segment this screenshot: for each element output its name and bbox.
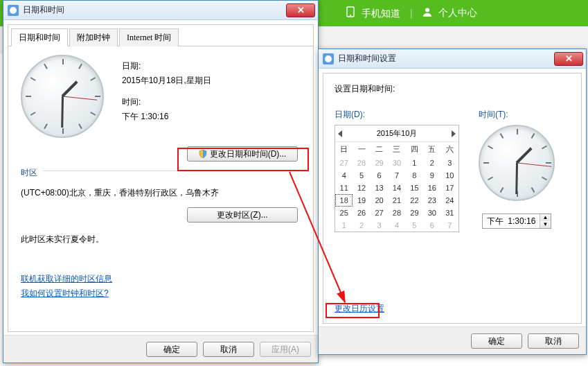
change-timezone-button[interactable]: 更改时区(Z)... (187, 207, 298, 223)
personal-label: 个人中心 (438, 7, 477, 18)
calendar-day[interactable]: 27 (335, 157, 353, 169)
titlebar[interactable]: 日期和时间设置 ✕ (319, 49, 586, 69)
apply-button: 应用(A) (260, 342, 311, 357)
cancel-button[interactable]: 取消 (203, 342, 254, 357)
date-value: 2015年10月18日,星期日 (122, 75, 211, 87)
close-button[interactable]: ✕ (286, 3, 315, 17)
shield-icon (199, 150, 207, 158)
calendar-day[interactable]: 14 (388, 182, 405, 194)
calendar-day[interactable]: 18 (335, 194, 353, 207)
calendar-day[interactable]: 17 (441, 182, 458, 194)
calendar-day[interactable]: 4 (388, 219, 405, 232)
spin-up-button[interactable]: ▲ (540, 214, 551, 221)
calendar-day[interactable]: 29 (371, 157, 388, 169)
tab-datetime[interactable]: 日期和时间 (11, 28, 68, 46)
clock-icon (8, 5, 19, 16)
calendar-day[interactable]: 27 (371, 207, 388, 219)
mobile-label: 手机知道 (362, 8, 400, 19)
time-spinner[interactable]: ▲ ▼ (482, 214, 551, 229)
cancel-button[interactable]: 取消 (528, 333, 579, 349)
calendar-day[interactable]: 28 (353, 157, 370, 169)
calendar-day[interactable]: 10 (441, 169, 458, 182)
calendar-day[interactable]: 3 (441, 157, 458, 169)
mobile-link[interactable]: 手机知道 (346, 6, 400, 20)
calendar-dow: 四 (406, 142, 423, 157)
svg-point-1 (350, 15, 351, 16)
calendar-day[interactable]: 26 (353, 207, 370, 219)
timezone-heading: 时区 (21, 167, 37, 179)
calendar-day[interactable]: 30 (423, 207, 440, 219)
link-online-tz-info[interactable]: 联机获取详细的时区信息 (21, 274, 112, 284)
calendar-day[interactable]: 5 (353, 169, 370, 182)
calendar-day[interactable]: 4 (335, 169, 353, 182)
calendar-day[interactable]: 19 (353, 194, 370, 207)
window-datetime-settings: 日期和时间设置 ✕ 设置日期和时间: 日期(D): 2015年10月 日一二三四… (318, 49, 587, 355)
calendar-day[interactable]: 6 (423, 219, 440, 232)
change-calendar-link[interactable]: 更改日历设置 (335, 304, 384, 313)
change-datetime-label: 更改日期和时间(D)... (210, 149, 287, 159)
dst-note: 此时区未实行夏令时。 (21, 234, 301, 245)
calendar-day[interactable]: 23 (423, 194, 440, 207)
timezone-value: (UTC+08:00)北京，重庆，香港特别行政区，乌鲁木齐 (21, 187, 301, 199)
calendar-day[interactable]: 2 (423, 157, 440, 169)
calendar-day[interactable]: 21 (388, 194, 405, 207)
calendar-day[interactable]: 24 (441, 194, 458, 207)
calendar-dow: 五 (423, 142, 440, 157)
window-title: 日期和时间设置 (338, 53, 396, 64)
link-how-to-set[interactable]: 我如何设置时钟和时区? (21, 288, 109, 298)
calendar[interactable]: 2015年10月 日一二三四五六272829301234567891011121… (335, 125, 459, 232)
calendar-day[interactable]: 2 (353, 219, 370, 232)
time-label: 时间: (122, 96, 211, 108)
close-button[interactable]: ✕ (554, 52, 583, 66)
calendar-day[interactable]: 13 (371, 182, 388, 194)
prev-month-button[interactable] (338, 130, 342, 137)
calendar-day[interactable]: 6 (371, 169, 388, 182)
personal-link[interactable]: 个人中心 (422, 7, 478, 19)
window-title: 日期和时间 (23, 4, 64, 16)
calendar-day[interactable]: 11 (335, 182, 353, 194)
calendar-day[interactable]: 28 (388, 207, 405, 219)
spin-down-button[interactable]: ▼ (540, 221, 551, 228)
calendar-day[interactable]: 8 (406, 169, 423, 182)
calendar-day[interactable]: 16 (423, 182, 440, 194)
tab-additional-clocks[interactable]: 附加时钟 (69, 28, 118, 46)
calendar-day[interactable]: 7 (441, 219, 458, 232)
calendar-dow: 日 (335, 142, 353, 157)
change-datetime-button[interactable]: 更改日期和时间(D)... (187, 146, 298, 162)
calendar-day[interactable]: 9 (423, 169, 440, 182)
time-input[interactable] (483, 214, 540, 228)
phone-icon (346, 6, 355, 17)
calendar-day[interactable]: 31 (441, 207, 458, 219)
clock-icon (323, 53, 334, 64)
date-heading: 日期(D): (335, 109, 459, 121)
time-value: 下午 1:30:16 (122, 111, 211, 123)
calendar-day[interactable]: 22 (406, 194, 423, 207)
analog-clock (479, 125, 555, 201)
titlebar[interactable]: 日期和时间 ✕ (3, 1, 318, 20)
separator: | (410, 8, 413, 19)
window-date-and-time: 日期和时间 ✕ 日期和时间 附加时钟 Internet 时间 日期: 2015年… (3, 0, 319, 363)
calendar-day[interactable]: 12 (353, 182, 370, 194)
calendar-day[interactable]: 20 (371, 194, 388, 207)
date-label: 日期: (122, 60, 211, 72)
next-month-button[interactable] (452, 130, 456, 137)
tabs: 日期和时间 附加时钟 Internet 时间 (8, 25, 313, 46)
calendar-day[interactable]: 5 (406, 219, 423, 232)
calendar-day[interactable]: 7 (388, 169, 405, 182)
tab-content: 日期: 2015年10月18日,星期日 时间: 下午 1:30:16 更改日期和… (8, 46, 313, 308)
calendar-day[interactable]: 3 (371, 219, 388, 232)
calendar-day[interactable]: 1 (335, 219, 353, 232)
calendar-day[interactable]: 15 (406, 182, 423, 194)
calendar-day[interactable]: 1 (406, 157, 423, 169)
calendar-day[interactable]: 30 (388, 157, 405, 169)
calendar-dow: 二 (371, 142, 388, 157)
ok-button[interactable]: 确定 (471, 333, 522, 349)
tab-internet-time[interactable]: Internet 时间 (119, 28, 179, 46)
svg-point-2 (425, 8, 429, 12)
calendar-day[interactable]: 29 (406, 207, 423, 219)
ok-button[interactable]: 确定 (146, 342, 197, 357)
calendar-month-label: 2015年10月 (377, 128, 418, 139)
calendar-day[interactable]: 25 (335, 207, 353, 219)
window-body: 日期和时间 附加时钟 Internet 时间 日期: 2015年10月18日,星… (8, 24, 314, 332)
footer: 确定 取消 (319, 326, 586, 354)
